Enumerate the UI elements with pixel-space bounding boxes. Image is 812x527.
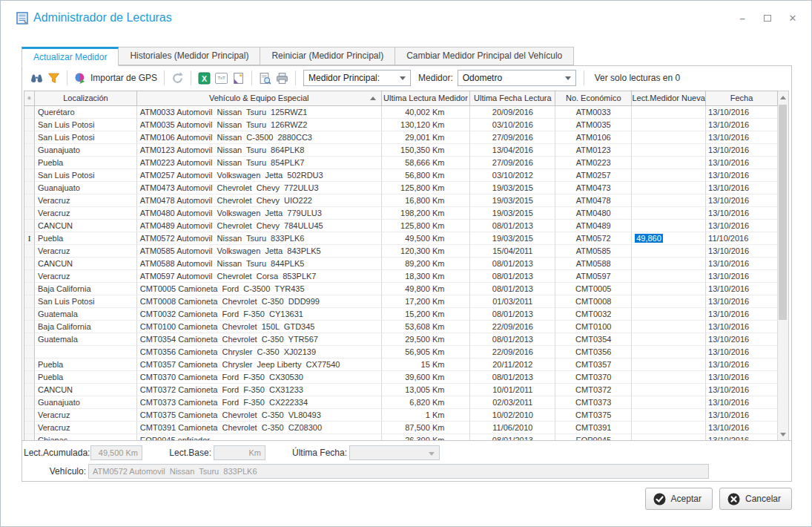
table-row[interactable]: GuanajuatoATM0473 Automovil Chevrolet Ch… xyxy=(24,182,778,194)
cell-lect-nueva[interactable] xyxy=(632,333,706,346)
close-icon[interactable]: ✕ xyxy=(788,13,798,23)
cell-lect-nueva[interactable] xyxy=(632,157,706,169)
cell-fecha[interactable]: 13/10/2016 xyxy=(706,258,778,270)
cell-ultima-lectura[interactable]: 120,300 Km xyxy=(382,245,471,258)
header-lect-nueva[interactable]: Lect.Medidor Nueva xyxy=(632,91,706,106)
cell-ultima-fecha[interactable]: 08/01/2013 xyxy=(470,258,555,270)
cell-fecha[interactable]: 13/10/2016 xyxy=(706,119,778,131)
cell-vehiculo[interactable]: CMT0008 Camioneta Chevrolet C-350 DDD999 xyxy=(137,295,382,308)
cell-localizacion[interactable]: Puebla xyxy=(35,371,137,384)
cell-ultima-fecha[interactable]: 08/01/2013 xyxy=(470,270,555,283)
cell-ultima-lectura[interactable]: 125,800 Km xyxy=(382,220,471,232)
cell-fecha[interactable]: 13/10/2016 xyxy=(706,207,778,220)
cell-no-economico[interactable]: CMT0008 xyxy=(555,295,632,308)
cell-fecha[interactable]: 13/10/2016 xyxy=(706,346,778,359)
cell-fecha[interactable]: 13/10/2016 xyxy=(706,245,778,258)
scroll-down-icon[interactable] xyxy=(778,429,788,440)
table-row[interactable]: PueblaATM0223 Automovil Nissan Tsuru 854… xyxy=(24,157,778,169)
table-row[interactable]: GuanajuatoCMT0373 Camioneta Ford F-350 C… xyxy=(24,396,778,409)
cell-localizacion[interactable]: Baja California xyxy=(35,321,137,333)
cell-vehiculo[interactable]: CMT0370 Camioneta Ford F-350 CX30530 xyxy=(137,371,382,384)
table-row[interactable]: San Luis PotosiATM0035 Automovil Nissan … xyxy=(24,119,778,131)
cell-fecha[interactable]: 13/10/2016 xyxy=(706,144,778,157)
cell-vehiculo[interactable]: CMT0032 Camioneta Ford F-350 CY13631 xyxy=(137,308,382,321)
cell-no-economico[interactable]: CMT0391 xyxy=(555,422,632,434)
cell-ultima-fecha[interactable]: 27/09/2016 xyxy=(470,157,555,169)
cell-vehiculo[interactable]: CMT0375 Camioneta Chevrolet C-350 VL8049… xyxy=(137,409,382,422)
cell-lect-nueva[interactable] xyxy=(632,409,706,422)
vertical-scrollbar[interactable] xyxy=(778,91,789,442)
cell-localizacion[interactable]: Puebla xyxy=(35,232,137,245)
cell-no-economico[interactable]: ATM0478 xyxy=(555,194,632,207)
cell-vehiculo[interactable]: CMT0354 Camioneta Chevrolet C-350 YTR567 xyxy=(137,333,382,346)
table-row[interactable]: GuatemalaCMT0032 Camioneta Ford F-350 CY… xyxy=(24,308,778,321)
cell-vehiculo[interactable]: ATM0480 Automovil Volkswagen Jetta 779UL… xyxy=(137,207,382,220)
cell-fecha[interactable]: 13/10/2016 xyxy=(706,182,778,194)
cell-no-economico[interactable]: CMT0005 xyxy=(555,283,632,295)
cell-no-economico[interactable]: CMT0373 xyxy=(555,396,632,409)
table-row[interactable]: VeracruzATM0480 Automovil Volkswagen Jet… xyxy=(24,207,778,220)
cell-lect-nueva[interactable] xyxy=(632,131,706,144)
cell-fecha[interactable]: 13/10/2016 xyxy=(706,422,778,434)
cell-ultima-fecha[interactable]: 19/03/2015 xyxy=(470,207,555,220)
cell-localizacion[interactable]: CANCUN xyxy=(35,384,137,396)
cell-fecha[interactable]: 13/10/2016 xyxy=(706,295,778,308)
editing-cell-selection[interactable]: 49,860 xyxy=(635,234,663,243)
cell-lect-nueva[interactable] xyxy=(632,258,706,270)
cell-localizacion[interactable]: San Luis Potosi xyxy=(35,131,137,144)
cell-ultima-lectura[interactable]: 18,300 Km xyxy=(382,270,471,283)
table-row[interactable]: Baja CaliforniaCMT0005 Camioneta Ford C-… xyxy=(24,283,778,295)
cell-ultima-lectura[interactable]: 15 Km xyxy=(382,359,471,371)
table-row[interactable]: VeracruzCMT0391 Camioneta Chevrolet C-35… xyxy=(24,422,778,434)
cell-lect-nueva[interactable] xyxy=(632,119,706,131)
cell-localizacion[interactable] xyxy=(35,346,137,359)
table-row[interactable]: GuatemalaCMT0354 Camioneta Chevrolet C-3… xyxy=(24,333,778,346)
cell-lect-nueva[interactable] xyxy=(632,384,706,396)
cell-vehiculo[interactable]: CMT0357 Camioneta Chrysler Jeep Liberty … xyxy=(137,359,382,371)
cell-no-economico[interactable]: CMT0357 xyxy=(555,359,632,371)
cell-lect-nueva[interactable] xyxy=(632,169,706,182)
cell-lect-nueva[interactable] xyxy=(632,422,706,434)
cell-ultima-fecha[interactable]: 01/03/2011 xyxy=(470,295,555,308)
cell-lect-nueva[interactable] xyxy=(632,270,706,283)
cell-ultima-lectura[interactable]: 13,005 Km xyxy=(382,384,471,396)
header-localizacion[interactable]: Localización xyxy=(35,91,137,106)
cell-localizacion[interactable]: Puebla xyxy=(35,359,137,371)
cell-ultima-lectura[interactable]: 89,200 Km xyxy=(382,258,471,270)
cell-lect-nueva[interactable] xyxy=(632,106,706,119)
cell-ultima-fecha[interactable]: 13/04/2016 xyxy=(470,144,555,157)
cell-no-economico[interactable]: ATM0489 xyxy=(555,220,632,232)
cell-lect-nueva[interactable] xyxy=(632,194,706,207)
cell-ultima-fecha[interactable]: 08/01/2013 xyxy=(470,371,555,384)
cell-vehiculo[interactable]: ATM0489 Automovil Chevrolet Chevy 784ULU… xyxy=(137,220,382,232)
maximize-icon[interactable] xyxy=(762,13,773,23)
import-gps-button[interactable]: Importar de GPS xyxy=(72,71,159,86)
header-no-economico[interactable]: No. Económico xyxy=(555,91,632,106)
cell-no-economico[interactable]: ATM0473 xyxy=(555,182,632,194)
cell-fecha[interactable]: 13/10/2016 xyxy=(706,220,778,232)
cell-lect-nueva[interactable] xyxy=(632,346,706,359)
table-row[interactable]: CANCUNATM0588 Automovil Nissan Tsuru 844… xyxy=(24,258,778,270)
txt-export-icon[interactable]: TxT xyxy=(213,71,230,85)
tab-cambiar-medidor[interactable]: Cambiar Medidor Principal del Vehículo xyxy=(395,47,574,65)
table-row[interactable]: IPueblaATM0572 Automovil Nissan Tsuru 83… xyxy=(24,232,778,245)
cell-lect-nueva[interactable] xyxy=(632,144,706,157)
cell-no-economico[interactable]: CMT0356 xyxy=(555,346,632,359)
cell-ultima-fecha[interactable]: 08/01/2013 xyxy=(470,308,555,321)
cell-vehiculo[interactable]: CMT0373 Camioneta Ford F-350 CX222334 xyxy=(137,396,382,409)
binoculars-icon[interactable] xyxy=(28,71,45,86)
cell-ultima-lectura[interactable]: 125,800 Km xyxy=(382,182,471,194)
table-row[interactable]: VeracruzATM0478 Automovil Chevrolet Chev… xyxy=(24,194,778,207)
ver-solo-lecturas-toggle[interactable]: Ver solo lecturas en 0 xyxy=(595,73,680,83)
cell-no-economico[interactable]: ATM0035 xyxy=(555,119,632,131)
cell-fecha[interactable]: 13/10/2016 xyxy=(706,106,778,119)
medidor-select[interactable]: Odometro xyxy=(458,70,576,86)
cell-ultima-lectura[interactable]: 49,800 Km xyxy=(382,283,471,295)
cell-ultima-lectura[interactable]: 15,200 Km xyxy=(382,308,471,321)
cell-ultima-lectura[interactable]: 29,001 Km xyxy=(382,131,471,144)
table-row[interactable]: Baja CaliforniaCMT0100 Camioneta Chevrol… xyxy=(24,321,778,333)
cell-no-economico[interactable]: ATM0123 xyxy=(555,144,632,157)
cell-ultima-lectura[interactable]: 53,608 Km xyxy=(382,321,471,333)
cell-fecha[interactable]: 13/10/2016 xyxy=(706,270,778,283)
table-row[interactable]: VeracruzATM0597 Automovil Chevrolet Cors… xyxy=(24,270,778,283)
